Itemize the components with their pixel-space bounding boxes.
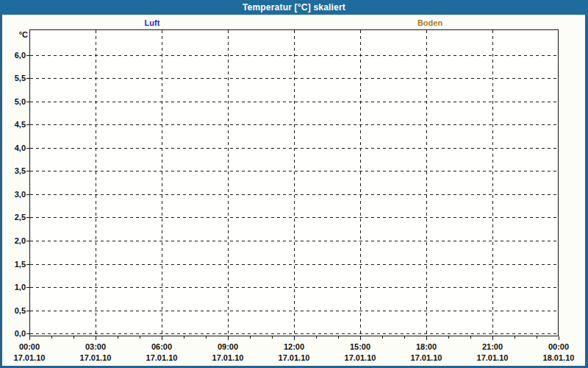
y-axis-tick-label: 6,0	[1, 51, 26, 60]
y-axis-unit-label: °C	[0, 30, 28, 39]
y-axis-tick	[26, 194, 29, 195]
y-axis-tick	[26, 241, 29, 241]
y-axis-tick	[26, 102, 29, 102]
x-axis-date-label: 18.01.10	[535, 353, 582, 363]
chart-title: Temperatur [°C] skaliert	[243, 2, 345, 13]
x-axis-time-label: 03:00	[72, 342, 119, 352]
legend-item-boden: Boden	[386, 18, 474, 28]
y-axis-tick-label: 4,5	[1, 120, 26, 130]
x-axis-time-label: 00:00	[6, 342, 53, 352]
vertical-gridline	[360, 30, 361, 336]
y-axis-tick-label: 5,5	[1, 74, 26, 83]
x-axis-minor-tick	[514, 336, 515, 339]
x-axis-major-tick	[559, 336, 559, 340]
x-axis-minor-tick	[184, 336, 184, 339]
x-axis-minor-tick	[316, 336, 317, 339]
vertical-gridline	[492, 30, 493, 336]
x-axis-minor-tick	[448, 336, 449, 339]
vertical-gridline	[228, 30, 229, 336]
chart-title-bar: Temperatur [°C] skaliert	[0, 0, 588, 15]
y-axis-tick	[26, 333, 29, 334]
x-axis-minor-tick	[470, 336, 471, 339]
x-axis-time-label: 21:00	[469, 342, 516, 352]
x-axis-major-tick	[492, 336, 493, 340]
y-axis-tick-label: 3,5	[1, 166, 26, 176]
x-axis-date-label: 17.01.10	[337, 353, 384, 363]
x-axis-time-label: 00:00	[535, 342, 582, 352]
vertical-gridline	[294, 30, 295, 336]
x-axis-date-label: 17.01.10	[138, 353, 185, 363]
x-axis-minor-tick	[272, 336, 273, 339]
y-axis-tick-label: 3,0	[1, 190, 26, 199]
x-axis-major-tick	[228, 336, 229, 340]
x-axis-major-tick	[360, 336, 361, 340]
x-axis-minor-tick	[250, 336, 251, 339]
y-axis-tick-label: 1,0	[1, 283, 26, 292]
y-axis-tick	[26, 78, 29, 79]
x-axis-major-tick	[96, 336, 96, 340]
y-axis-tick	[26, 264, 29, 265]
y-axis-tick-label: 2,0	[1, 236, 26, 246]
y-axis-tick	[26, 148, 29, 149]
vertical-gridline	[426, 30, 427, 336]
vertical-gridline	[96, 30, 96, 336]
x-axis-date-label: 17.01.10	[6, 353, 53, 363]
x-axis-minor-tick	[118, 336, 118, 339]
y-axis-tick-label: 5,0	[1, 97, 26, 107]
x-axis-date-label: 17.01.10	[403, 353, 450, 363]
x-axis-time-label: 09:00	[204, 342, 251, 352]
chart-window: Temperatur [°C] skaliert Luft Boden °C 6…	[0, 0, 588, 368]
y-axis-tick	[26, 55, 29, 56]
plot-area	[29, 29, 559, 336]
x-axis-minor-tick	[140, 336, 140, 339]
y-axis-tick-label: 0,5	[1, 306, 26, 316]
x-axis-minor-tick	[206, 336, 207, 339]
x-axis-minor-tick	[537, 336, 537, 339]
y-axis-tick-label: 4,0	[1, 144, 26, 153]
y-axis-tick	[26, 171, 29, 171]
y-axis-tick	[26, 287, 29, 288]
y-axis-tick	[26, 217, 29, 218]
legend-item-luft: Luft	[108, 18, 196, 28]
x-axis-major-tick	[162, 336, 162, 340]
x-axis-date-label: 17.01.10	[204, 353, 251, 363]
x-axis-major-tick	[29, 336, 30, 340]
x-axis-minor-tick	[382, 336, 383, 339]
x-axis-minor-tick	[338, 336, 339, 339]
x-axis-time-label: 18:00	[403, 342, 450, 352]
x-axis-minor-tick	[404, 336, 405, 339]
x-axis-major-tick	[294, 336, 295, 340]
x-axis-minor-tick	[74, 336, 74, 339]
x-axis-minor-tick	[51, 336, 52, 339]
y-axis-tick	[26, 311, 29, 311]
vertical-gridline	[162, 30, 162, 336]
x-axis-major-tick	[426, 336, 427, 340]
x-axis-time-label: 15:00	[337, 342, 384, 352]
y-axis-tick-label: 1,5	[1, 260, 26, 269]
x-axis-time-label: 12:00	[270, 342, 318, 352]
x-axis-date-label: 17.01.10	[469, 353, 516, 363]
x-axis-date-label: 17.01.10	[270, 353, 318, 363]
x-axis-date-label: 17.01.10	[72, 353, 119, 363]
y-axis-tick-label: 2,5	[1, 213, 26, 222]
y-axis-tick-label: 0,0	[1, 329, 26, 339]
y-axis-tick	[26, 124, 29, 125]
x-axis-time-label: 06:00	[138, 342, 185, 352]
